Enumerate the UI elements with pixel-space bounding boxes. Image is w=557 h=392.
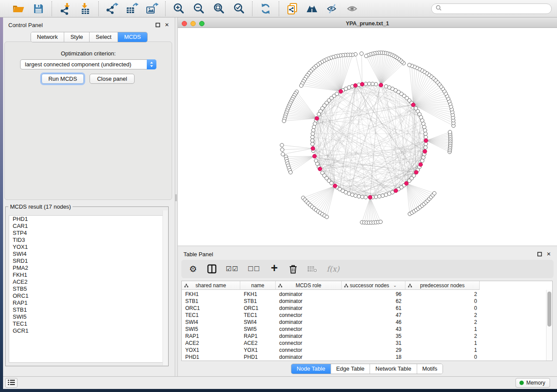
table-row[interactable]: FKH1FKH1dominator962 bbox=[182, 291, 546, 298]
column-header-MCDS-role[interactable]: MCDS role bbox=[276, 281, 342, 290]
mcds-result-item[interactable]: SWI5 bbox=[9, 313, 165, 320]
table-row[interactable]: ACE2ACE2connector311 bbox=[182, 340, 546, 347]
function-builder-icon[interactable]: f(x) bbox=[327, 263, 339, 275]
export-network-icon[interactable] bbox=[105, 2, 118, 15]
delete-column-icon[interactable] bbox=[288, 263, 298, 275]
table-row[interactable]: YOX1YOX1connector291 bbox=[182, 347, 546, 354]
save-session-icon[interactable] bbox=[32, 2, 45, 15]
column-view-icon[interactable] bbox=[207, 263, 217, 275]
mcds-result-list[interactable]: PHD1CAR1STP4TID3YOX1SWI4SRD1PMA2FKH1ACE2… bbox=[9, 215, 165, 363]
mcds-result-item[interactable]: TEC1 bbox=[9, 320, 165, 327]
table-row[interactable]: SWI5SWI5connector431 bbox=[182, 326, 546, 333]
mcds-result-item[interactable]: ACE2 bbox=[9, 279, 165, 285]
table-row[interactable]: TEC1TEC1connector472 bbox=[182, 312, 546, 319]
table-row[interactable]: RAP1RAP1dominator352 bbox=[182, 333, 546, 340]
column-header-successor-nodes[interactable]: successor nodes⌄ bbox=[342, 281, 405, 290]
splitter-handle[interactable] bbox=[175, 194, 177, 201]
table-scrollbar-thumb[interactable] bbox=[547, 292, 551, 327]
tab-mcds[interactable]: MCDS bbox=[118, 32, 147, 42]
zoom-fit-icon[interactable] bbox=[212, 2, 225, 15]
memory-button[interactable]: Memory bbox=[515, 378, 550, 388]
zoom-in-icon[interactable] bbox=[172, 2, 185, 15]
export-table-icon[interactable] bbox=[125, 2, 138, 15]
tab-motifs[interactable]: Motifs bbox=[417, 364, 443, 374]
mcds-result-item[interactable]: GCR1 bbox=[9, 327, 165, 334]
network-nodes[interactable] bbox=[280, 51, 455, 224]
delete-table-icon[interactable] bbox=[307, 263, 318, 275]
table-panel-titlebar: Table Panel ✕ bbox=[178, 247, 557, 258]
mcds-result-item[interactable]: YOX1 bbox=[9, 244, 165, 251]
mcds-result-item[interactable]: STP4 bbox=[9, 230, 165, 237]
mcds-result-item[interactable]: PHD1 bbox=[9, 216, 165, 223]
table-cell: ORC1 bbox=[240, 305, 276, 311]
export-image-icon[interactable] bbox=[145, 2, 159, 15]
hide-selected-icon[interactable] bbox=[326, 2, 339, 15]
tab-network[interactable]: Network bbox=[31, 32, 64, 42]
table-cell: 0 bbox=[405, 305, 480, 311]
close-table-panel-icon[interactable]: ✕ bbox=[546, 251, 551, 257]
open-session-icon[interactable] bbox=[12, 2, 25, 15]
tab-network-table[interactable]: Network Table bbox=[370, 364, 417, 374]
float-panel-icon[interactable] bbox=[155, 22, 160, 28]
import-network-icon[interactable] bbox=[59, 2, 72, 15]
table-row[interactable]: ORC1ORC1dominator610 bbox=[182, 305, 546, 312]
network-view[interactable] bbox=[178, 28, 557, 245]
search-input[interactable] bbox=[444, 4, 547, 13]
mcds-result-item[interactable]: SRD1 bbox=[9, 258, 165, 265]
tab-style[interactable]: Style bbox=[64, 32, 90, 42]
mcds-result-item[interactable]: ORC1 bbox=[9, 292, 165, 299]
table-cell: 0 bbox=[405, 354, 480, 360]
unselect-all-columns-icon[interactable]: ☐☐ bbox=[248, 263, 260, 275]
network-document-icon[interactable] bbox=[286, 2, 299, 15]
tab-node-table[interactable]: Node Table bbox=[291, 364, 331, 374]
mcds-result-item[interactable]: FKH1 bbox=[9, 272, 165, 279]
search-box[interactable] bbox=[431, 3, 552, 14]
tab-select[interactable]: Select bbox=[90, 32, 118, 42]
table-cell: RAP1 bbox=[182, 333, 240, 339]
table-row[interactable]: STB1STB1dominator620 bbox=[182, 298, 546, 305]
table-cell: 62 bbox=[342, 298, 405, 304]
window-close-icon[interactable] bbox=[182, 21, 187, 26]
table-cell: dominator bbox=[276, 333, 342, 339]
find-neighbors-icon[interactable] bbox=[306, 2, 319, 15]
mcds-result-item[interactable]: PMA2 bbox=[9, 265, 165, 272]
add-column-icon[interactable]: + bbox=[270, 263, 279, 275]
close-panel-button[interactable]: Close panel bbox=[90, 74, 135, 84]
mcds-list-scrollbar[interactable] bbox=[163, 210, 168, 365]
panel-splitter[interactable] bbox=[175, 17, 178, 376]
zoom-out-icon[interactable] bbox=[192, 2, 205, 15]
select-all-columns-icon[interactable]: ☑☑ bbox=[226, 263, 239, 275]
search-icon bbox=[436, 5, 442, 13]
tab-edge-table[interactable]: Edge Table bbox=[331, 364, 370, 374]
run-mcds-button[interactable]: Run MCDS bbox=[42, 74, 84, 84]
column-header-shared-name[interactable]: shared name bbox=[182, 281, 240, 290]
mcds-result-item[interactable]: SWI4 bbox=[9, 251, 165, 258]
table-cell: 1 bbox=[405, 347, 480, 353]
table-cell: connector bbox=[276, 326, 342, 332]
table-row[interactable]: SWI4SWI4dominator462 bbox=[182, 319, 546, 326]
mcds-result-item[interactable]: TID3 bbox=[9, 237, 165, 244]
mcds-result-item[interactable]: STB5 bbox=[9, 285, 165, 292]
mcds-result-item[interactable]: STB1 bbox=[9, 306, 165, 313]
close-panel-icon[interactable]: ✕ bbox=[164, 22, 170, 28]
table-cell: 31 bbox=[342, 340, 405, 346]
network-graph[interactable] bbox=[178, 28, 557, 245]
float-table-panel-icon[interactable] bbox=[537, 251, 542, 257]
settings-gear-icon[interactable]: ⚙ bbox=[188, 263, 198, 275]
window-maximize-icon[interactable] bbox=[199, 21, 204, 26]
table-scrollbar[interactable] bbox=[546, 290, 552, 361]
mcds-result-item[interactable]: CAR1 bbox=[9, 223, 165, 230]
task-history-button[interactable] bbox=[5, 378, 17, 388]
network-window-titlebar[interactable]: YPA_prune.txt_1 bbox=[178, 19, 557, 28]
window-minimize-icon[interactable] bbox=[190, 21, 196, 26]
task-list-icon bbox=[8, 379, 15, 387]
import-table-icon[interactable] bbox=[79, 2, 92, 15]
optimization-criterion-dropdown[interactable]: largest connected component (undirected) bbox=[20, 59, 156, 69]
table-row[interactable]: PHD1PHD1dominator180 bbox=[182, 354, 546, 361]
refresh-icon[interactable] bbox=[259, 2, 272, 15]
mcds-result-item[interactable]: RAP1 bbox=[9, 299, 165, 306]
show-all-icon[interactable] bbox=[346, 2, 359, 15]
column-header-name[interactable]: name bbox=[240, 281, 276, 290]
zoom-selected-icon[interactable] bbox=[232, 2, 246, 15]
column-header-predecessor-nodes[interactable]: predecessor nodes bbox=[405, 281, 480, 290]
